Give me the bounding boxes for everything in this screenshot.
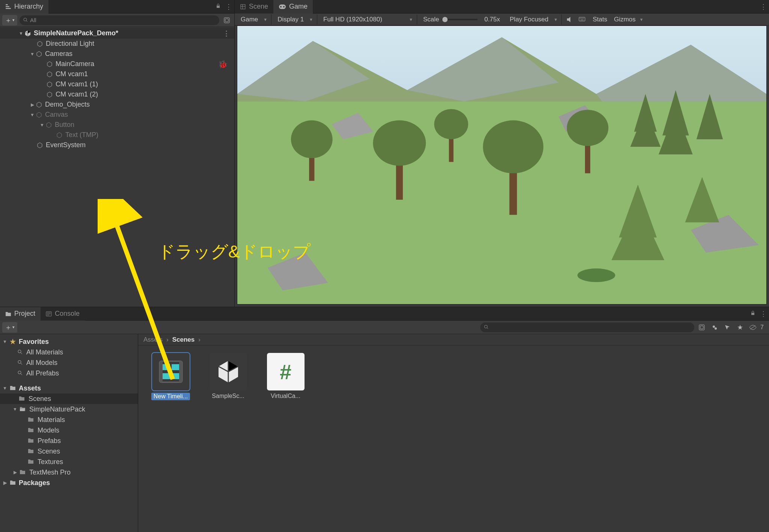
panel-menu-icon[interactable]: ⋮	[758, 3, 769, 11]
game-tab[interactable]: Game	[273, 0, 313, 14]
expand-arrow-icon[interactable]: ▼	[2, 339, 8, 344]
panel-menu-icon[interactable]: ⋮	[758, 310, 769, 318]
svg-point-36	[578, 268, 615, 282]
lock-icon[interactable]	[748, 310, 758, 318]
expand-arrow-icon[interactable]: ▼	[29, 112, 35, 118]
folder-icon	[28, 416, 34, 424]
hierarchy-item-button[interactable]: ▼ Button	[0, 120, 234, 130]
hierarchy-item-canvas[interactable]: ▼ Canvas	[0, 110, 234, 120]
svg-point-0	[24, 18, 27, 21]
favorites-header[interactable]: ▼ ★ Favorites	[0, 336, 138, 347]
lock-icon[interactable]	[213, 3, 223, 11]
svg-rect-52	[179, 361, 182, 382]
favorite-all-materials[interactable]: All Materials	[0, 347, 138, 357]
game-view[interactable]	[237, 26, 767, 304]
hierarchy-item-maincamera[interactable]: MainCamera 🐞	[0, 59, 234, 69]
folder-textmesh-pro[interactable]: ▶ TextMesh Pro	[0, 467, 138, 478]
hierarchy-item-cmvcam1-2[interactable]: CM vcam1 (2)	[0, 89, 234, 99]
scene-menu-icon[interactable]: ⋮	[223, 29, 234, 38]
item-label: Canvas	[45, 111, 68, 119]
mute-audio-icon[interactable]	[564, 15, 574, 24]
create-asset-button[interactable]: ＋▾	[2, 322, 17, 333]
game-mode-dropdown[interactable]: Game ▼	[237, 15, 271, 24]
folder-materials[interactable]: Materials	[0, 414, 138, 425]
folder-icon	[20, 469, 26, 476]
project-sidebar: ▼ ★ Favorites All Materials All Models	[0, 334, 138, 532]
panel-menu-icon[interactable]: ⋮	[223, 3, 234, 11]
gizmos-button[interactable]: Gizmos	[612, 16, 637, 23]
assets-header[interactable]: ▼ Assets	[0, 383, 138, 393]
expand-arrow-icon[interactable]: ▶	[12, 470, 18, 475]
expand-arrow-icon[interactable]: ▶	[2, 480, 8, 485]
svg-rect-3	[241, 5, 245, 9]
asset-samplescene[interactable]: SampleSc...	[207, 353, 249, 524]
favorite-icon[interactable]: ★	[735, 323, 745, 332]
hierarchy-tab-bar: Hierarchy ⋮	[0, 0, 234, 14]
search-placeholder: All	[30, 17, 36, 23]
item-label: EventSystem	[46, 141, 86, 149]
folder-simplenaturepack[interactable]: ▼ SimpleNaturePack	[0, 404, 138, 414]
folder-icon	[5, 311, 11, 316]
project-search[interactable]	[480, 323, 694, 332]
svg-point-42	[715, 327, 717, 330]
expand-arrow-icon[interactable]: ▶	[29, 102, 35, 107]
scale-slider[interactable]	[442, 19, 478, 20]
scene-picker-icon[interactable]	[222, 15, 232, 25]
svg-rect-1	[224, 18, 229, 23]
game-render	[237, 26, 766, 304]
packages-header[interactable]: ▶ Packages	[0, 478, 138, 488]
playmode-dropdown[interactable]: Play Focused ▼	[506, 15, 562, 24]
folder-models[interactable]: Models	[0, 425, 138, 436]
hierarchy-tab-label: Hierarchy	[14, 3, 43, 11]
hierarchy-item-eventsystem[interactable]: EventSystem	[0, 140, 234, 150]
hidden-items-icon[interactable]	[748, 323, 758, 332]
game-tab-icon	[279, 4, 286, 9]
expand-arrow-icon[interactable]: ▼	[39, 122, 45, 128]
asset-virtualca[interactable]: # VirtualCa...	[264, 353, 307, 524]
hierarchy-toolbar: ＋▾ All	[0, 14, 234, 27]
input-debugger-icon[interactable]	[577, 15, 587, 24]
folder-scenes-2[interactable]: Scenes	[0, 446, 138, 457]
folder-textures[interactable]: Textures	[0, 457, 138, 467]
search-icon	[17, 348, 23, 356]
folder-prefabs[interactable]: Prefabs	[0, 436, 138, 446]
slider-thumb[interactable]	[442, 17, 448, 22]
search-by-type-icon[interactable]	[697, 323, 707, 332]
svg-point-38	[484, 325, 487, 328]
search-by-label-icon[interactable]	[709, 323, 720, 332]
project-tab[interactable]: Project	[0, 307, 41, 321]
folder-scenes[interactable]: Scenes	[0, 393, 138, 404]
search-icon	[23, 17, 28, 23]
favorite-all-models[interactable]: All Models	[0, 357, 138, 368]
asset-new-timeline[interactable]: New Timeli...	[149, 353, 192, 524]
chevron-down-icon: ▼	[554, 17, 558, 22]
gameobject-icon	[46, 91, 53, 98]
chevron-down-icon[interactable]: ▼	[639, 17, 644, 22]
hierarchy-search[interactable]: All	[20, 15, 219, 25]
unity-scene-asset-icon	[210, 353, 247, 390]
hierarchy-item-cmvcam1[interactable]: CM vcam1	[0, 69, 234, 79]
expand-arrow-icon[interactable]: ▼	[2, 386, 8, 391]
hierarchy-icon	[5, 4, 11, 10]
display-dropdown[interactable]: Display 1 ▼	[274, 15, 317, 24]
favorite-all-prefabs[interactable]: All Prefabs	[0, 368, 138, 378]
breadcrumb-root[interactable]: Assets	[143, 336, 163, 344]
expand-arrow-icon[interactable]: ▼	[12, 407, 18, 412]
hierarchy-item-cmvcam1-1[interactable]: CM vcam1 (1)	[0, 79, 234, 89]
create-button[interactable]: ＋▾	[2, 15, 17, 26]
hierarchy-item-cameras[interactable]: ▼ Cameras	[0, 49, 234, 59]
expand-arrow-icon[interactable]: ▼	[29, 51, 35, 57]
expand-arrow-icon[interactable]: ▼	[18, 31, 24, 36]
hierarchy-tab[interactable]: Hierarchy	[0, 0, 48, 14]
scene-row[interactable]: ▼ SimpleNaturePack_Demo* ⋮	[0, 28, 234, 39]
svg-rect-4	[279, 5, 286, 9]
breadcrumb-current[interactable]: Scenes	[172, 336, 195, 344]
stats-button[interactable]: Stats	[590, 16, 610, 23]
console-tab[interactable]: Console	[41, 307, 85, 321]
hierarchy-item-directional-light[interactable]: Directional Light	[0, 39, 234, 49]
scene-tab[interactable]: Scene	[235, 0, 273, 14]
resolution-dropdown[interactable]: Full HD (1920x1080) ▼	[320, 15, 417, 24]
hierarchy-item-demo-objects[interactable]: ▶ Demo_Objects	[0, 99, 234, 110]
hierarchy-item-text-tmp[interactable]: Text (TMP)	[0, 130, 234, 140]
save-search-icon[interactable]	[722, 323, 733, 332]
